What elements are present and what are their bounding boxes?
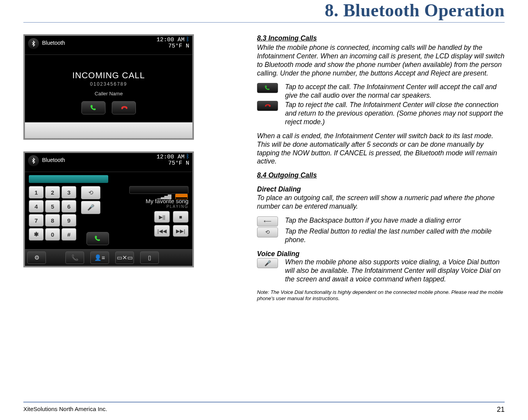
reject-call-button[interactable]: [112, 101, 136, 114]
key-4[interactable]: 4: [29, 200, 44, 213]
backspace-icon: ⟵: [257, 216, 278, 227]
dial-keypad: 1 2 3 4 5 6 7 8 9 ✱ 0 #: [29, 186, 76, 241]
secondary-field: [129, 186, 188, 194]
bluetooth-status-icon: ᛒ: [186, 37, 189, 42]
bluetooth-app-icon: [28, 38, 39, 49]
play-pause-button[interactable]: ▶||: [154, 211, 170, 223]
key-2[interactable]: 2: [45, 186, 60, 199]
redial-button[interactable]: ⟲: [81, 186, 100, 199]
reject-icon: [257, 101, 278, 111]
playing-label: PLAYING: [114, 204, 188, 209]
incoming-caller-name: Caller Name: [29, 91, 188, 97]
accept-call-button[interactable]: [81, 101, 106, 114]
contacts-tab-button[interactable]: 👤≡: [90, 251, 109, 264]
key-5[interactable]: 5: [45, 200, 60, 213]
incoming-call-title: INCOMING CALL: [29, 70, 188, 81]
voice-dialing-paragraph: When the mobile phone also supports voic…: [285, 258, 505, 284]
accept-icon: [257, 83, 278, 93]
app-label: Bluetooth: [42, 157, 65, 163]
screenshot-incoming-call: Bluetooth 12:00 AMᛒ 75°F N INCOMING CALL…: [23, 34, 194, 140]
redial-description: Tap the Redial button to redial the last…: [285, 227, 505, 244]
phone-tab-button[interactable]: 📞: [65, 251, 84, 264]
prev-track-button[interactable]: |◀◀: [154, 225, 170, 237]
voice-dialing-heading: Voice Dialing: [257, 250, 505, 258]
direct-dialing-paragraph: To place an outgoing call, the screen wi…: [257, 194, 505, 211]
redial-icon: ⟲: [257, 227, 278, 237]
device-tab-button[interactable]: ▯: [140, 251, 159, 264]
voice-dial-button[interactable]: 🎤: [81, 201, 100, 214]
devices-tab-button[interactable]: ▭✕▭: [115, 251, 134, 264]
key-8[interactable]: 8: [45, 214, 60, 227]
key-9[interactable]: 9: [62, 214, 76, 227]
dial-button[interactable]: [86, 232, 109, 245]
backspace-description: Tap the Backspace button if you have mad…: [285, 216, 461, 227]
number-entry-field[interactable]: [29, 175, 108, 183]
status-time: 12:00 AM: [157, 154, 185, 160]
accept-description: Tap to accept the call. The Infotainment…: [285, 83, 505, 100]
settings-button[interactable]: ⚙: [27, 251, 46, 264]
status-temp: 75°F N: [157, 160, 189, 167]
status-temp: 75°F N: [157, 43, 189, 50]
app-label: Bluetooth: [42, 40, 65, 46]
status-time: 12:00 AM: [157, 37, 185, 43]
key-7[interactable]: 7: [29, 214, 44, 227]
reject-description: Tap to reject the call. The Infotainment…: [285, 101, 505, 127]
section-8-3-paragraph-2: When a call is ended, the Infotainment C…: [257, 132, 505, 166]
incoming-call-number: 01023456789: [29, 81, 188, 87]
section-8-3-heading: 8.3 Incoming Calls: [257, 34, 505, 43]
page-number: 21: [497, 406, 505, 414]
direct-dialing-heading: Direct Dialing: [257, 185, 505, 194]
stop-button[interactable]: ■: [173, 211, 188, 223]
voice-dial-note: Note: The Voice Dial functionality is hi…: [257, 289, 505, 302]
chapter-title: 8. Bluetooth Operation: [23, 0, 505, 21]
key-star[interactable]: ✱: [29, 228, 44, 241]
footer-rule: [23, 402, 505, 402]
key-1[interactable]: 1: [29, 186, 44, 199]
key-0[interactable]: 0: [45, 228, 60, 241]
key-hash[interactable]: #: [62, 228, 76, 241]
voice-dial-icon: 🎤: [257, 258, 278, 268]
footer-company: XiteSolutions North America Inc.: [23, 406, 107, 414]
key-6[interactable]: 6: [62, 200, 76, 213]
section-8-3-paragraph-1: While the mobile phone is connected, inc…: [257, 44, 505, 78]
screenshot-dialer: Bluetooth 12:00 AMᛒ 75°F N ▁▃▅▇: [23, 151, 194, 267]
key-3[interactable]: 3: [62, 186, 76, 199]
next-track-button[interactable]: ▶▶|: [173, 225, 188, 237]
bluetooth-app-icon: [28, 155, 39, 166]
section-8-4-heading: 8.4 Outgoing Calls: [257, 171, 505, 180]
bluetooth-status-icon: ᛒ: [186, 154, 189, 160]
header-rule: [23, 22, 505, 23]
now-playing-title: My favorite song: [114, 198, 188, 204]
